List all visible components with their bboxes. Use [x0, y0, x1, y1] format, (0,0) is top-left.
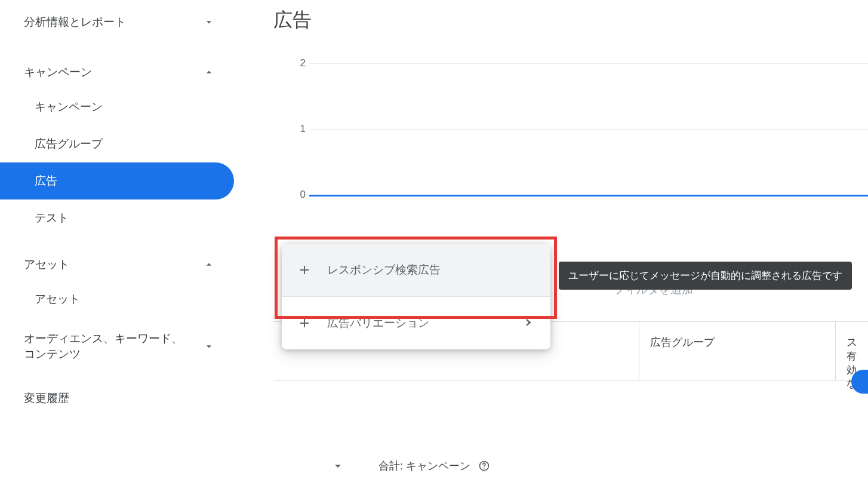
table-header-status[interactable]: ス 有効な — [836, 322, 868, 380]
sidebar-section-analytics[interactable]: 分析情報とレポート — [0, 6, 234, 38]
total-row-label: 合計: キャンペーン — [378, 459, 470, 473]
table-header-adgroup[interactable]: 広告グループ — [639, 322, 836, 380]
table-header-status-label: ス — [847, 335, 857, 349]
sidebar-item-ads[interactable]: 広告 — [0, 162, 234, 199]
chart-gridline — [309, 129, 868, 130]
tooltip-text: ユーザーに応じてメッセージが自動的に調整される広告です — [568, 270, 842, 281]
sidebar-label-analytics: 分析情報とレポート — [24, 14, 126, 30]
chevron-down-icon[interactable] — [330, 458, 346, 474]
sidebar-section-audience[interactable]: オーディエンス、キーワード、コンテンツ — [0, 323, 234, 370]
popup-item-responsive-search-ad[interactable]: レスポンシブ検索広告 — [282, 244, 550, 296]
chart-y-tick-0: 0 — [300, 189, 306, 201]
plus-icon — [296, 262, 313, 278]
chevron-down-icon — [202, 339, 216, 354]
popup-item-label: レスポンシブ検索広告 — [327, 262, 441, 278]
sidebar-item-tests[interactable]: テスト — [0, 199, 234, 237]
main-content: 広告 2 1 0 — [273, 0, 868, 482]
plus-icon — [296, 315, 313, 331]
tooltip: ユーザーに応じてメッセージが自動的に調整される広告です — [559, 262, 852, 290]
sidebar-item-adgroups[interactable]: 広告グループ — [0, 125, 234, 162]
chevron-up-icon — [202, 257, 216, 272]
chart-y-tick-2: 2 — [300, 57, 306, 69]
chart-y-tick-1: 1 — [300, 123, 306, 135]
sidebar-label-audience: オーディエンス、キーワード、コンテンツ — [24, 331, 191, 362]
open-external-icon — [517, 315, 534, 331]
svg-point-1 — [484, 468, 484, 469]
sidebar-section-assets[interactable]: アセット — [0, 248, 234, 281]
create-ad-popup: レスポンシブ検索広告 広告バリエーション — [282, 244, 550, 349]
chevron-up-icon — [202, 65, 216, 79]
sidebar-label-campaigns: キャンペーン — [24, 65, 92, 80]
table-header-adgroup-label: 広告グループ — [650, 335, 715, 349]
popup-item-ad-variation[interactable]: 広告バリエーション — [282, 297, 550, 349]
sidebar-section-campaigns[interactable]: キャンペーン — [0, 56, 234, 88]
sidebar-section-history[interactable]: 変更履歴 — [0, 382, 234, 415]
chevron-down-icon — [202, 15, 216, 29]
help-icon[interactable] — [478, 459, 491, 472]
sidebar-nav: 分析情報とレポート キャンペーン キャンペーン 広告グループ 広告 テスト アセ… — [0, 0, 234, 482]
chart: 2 1 0 — [309, 45, 868, 201]
sidebar-item-assets[interactable]: アセット — [0, 281, 234, 318]
sidebar-item-campaigns[interactable]: キャンペーン — [0, 88, 234, 125]
chart-gridline — [309, 63, 868, 64]
sidebar-label-history: 変更履歴 — [24, 391, 69, 406]
popup-item-label: 広告バリエーション — [327, 315, 429, 331]
page-title: 広告 — [273, 0, 868, 45]
chart-data-line — [309, 195, 868, 197]
table-total-row: 合計: キャンペーン — [273, 449, 868, 482]
sidebar-label-assets: アセット — [24, 257, 69, 272]
